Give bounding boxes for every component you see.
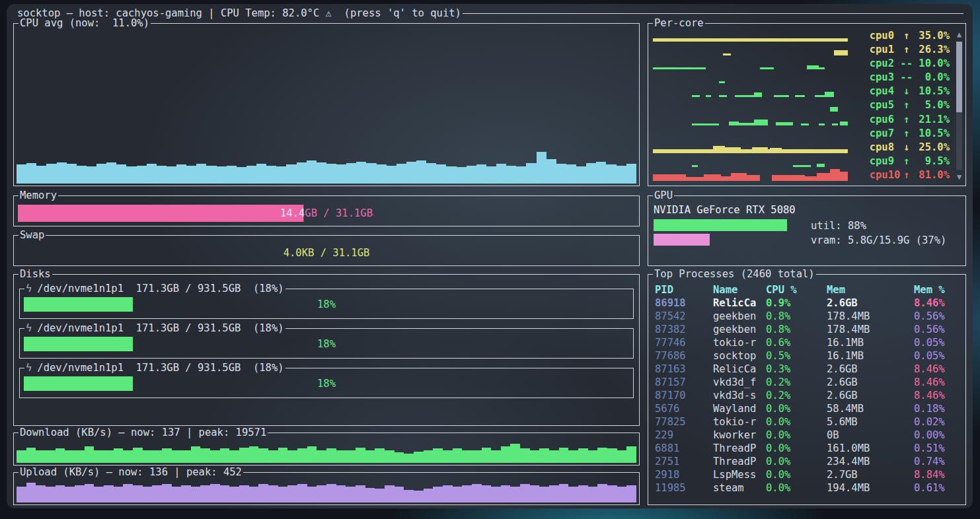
core-row-cpu10: cpu10↑81.0% [652, 168, 952, 182]
process-row[interactable]: 86918RelicCa0.9%2.6GB8.46% [655, 296, 960, 310]
history-bar [307, 160, 317, 184]
history-bar [607, 485, 617, 502]
core-label-cpu2: cpu2--10.0% [870, 57, 950, 70]
sparkline-segment [795, 95, 805, 97]
history-bar [46, 164, 56, 184]
process-row[interactable]: 87382geekben0.8%178.4MB0.56% [655, 323, 960, 336]
core-trend-icon: ↑ [900, 43, 913, 56]
process-row[interactable]: 6881ThreadP0.0%161.0MB0.51% [655, 442, 960, 455]
core-name: cpu4 [870, 85, 901, 98]
process-row[interactable]: 5676Wayland0.0%58.4MB0.18% [655, 402, 960, 415]
scrollbar-thumb[interactable] [956, 42, 962, 112]
process-mem: 0B [827, 429, 914, 442]
history-bar [414, 491, 424, 502]
history-bar [406, 162, 416, 184]
process-pid: 5676 [655, 402, 713, 415]
sparkline-segment [725, 147, 741, 153]
disk-entry-title: ϟ/dev/nvme1n1p1 171.3GB / 931.5GB (18%) [24, 282, 285, 295]
process-pid: 11985 [655, 481, 713, 495]
history-bar [239, 485, 249, 502]
core-usage-value: 21.1% [913, 113, 950, 126]
history-bar [467, 166, 476, 184]
core-name: cpu0 [870, 29, 901, 42]
history-bar [607, 448, 617, 463]
process-row[interactable]: 77746tokio-r0.6%16.1MB0.05% [655, 336, 960, 349]
process-row[interactable]: 77825tokio-r0.0%5.6MB0.02% [655, 415, 960, 429]
sparkline-segment [754, 92, 762, 97]
history-bar [462, 485, 472, 502]
process-row[interactable]: 87157vkd3d_f0.2%2.6GB8.46% [655, 376, 960, 389]
history-bar [206, 166, 216, 184]
history-bar [137, 166, 147, 184]
core-label-cpu0: cpu0↑35.0% [870, 29, 950, 42]
history-bar [530, 485, 540, 502]
process-row[interactable]: 2918LspMess0.0%2.7GB8.84% [655, 468, 960, 481]
border-tick [20, 289, 24, 289]
core-row-cpu6: cpu6↑21.1% [652, 113, 952, 127]
download-title: Download (KB/s) — now: 137 | peak: 19571 [19, 426, 268, 439]
history-bar [307, 487, 317, 502]
process-name: ThreadP [713, 455, 766, 468]
core-row-cpu9: cpu9↑ 9.5% [652, 155, 952, 168]
history-bar [152, 450, 162, 463]
gpu-panel: GPU NVIDIA GeForce RTX 5080 util: 88% vr… [648, 195, 966, 266]
history-bar [436, 164, 446, 184]
history-bar [516, 166, 526, 184]
process-pid: 86918 [655, 296, 713, 310]
process-row[interactable]: 87170vkd3d-s0.2%2.6GB8.46% [655, 389, 960, 402]
process-cpu-percent: 0.2% [766, 376, 827, 389]
history-bar [307, 446, 317, 463]
history-bar [287, 485, 297, 502]
core-label-cpu6: cpu6↑21.1% [870, 113, 950, 126]
sparkline-segment [704, 174, 722, 181]
disk-entry: ϟ/dev/nvme1n1p1 171.3GB / 931.5GB (18%)1… [19, 289, 634, 319]
process-name: LspMess [713, 468, 766, 481]
per-core-scrollbar[interactable]: ▲ ▼ [955, 30, 963, 182]
cpu-history-chart [17, 149, 636, 184]
sparkline-segment [772, 175, 805, 181]
ssd-lightning-icon: ϟ [26, 362, 37, 374]
border-line [285, 328, 633, 329]
history-bar [588, 450, 598, 463]
sparkline-segment [793, 165, 811, 167]
core-name: cpu8 [870, 141, 901, 154]
history-bar [596, 162, 606, 184]
history-bar [356, 485, 365, 502]
history-bar [114, 448, 124, 463]
process-row[interactable]: 2751ThreadP0.0%234.4MB0.74% [655, 455, 960, 468]
process-row[interactable]: 229kworker0.0%0B0.00% [655, 429, 960, 442]
process-row[interactable]: 77686socktop0.5%16.1MB0.05% [655, 349, 960, 363]
column-header-cpu-: CPU % [766, 283, 827, 296]
history-bar [482, 485, 492, 502]
core-name: cpu1 [870, 43, 901, 56]
sparkline-segment [723, 53, 731, 55]
process-row[interactable]: 87542geekben0.8%178.4MB0.56% [655, 310, 960, 323]
process-cpu-percent: 0.0% [766, 415, 827, 429]
core-label-cpu1: cpu1↑26.3% [870, 43, 950, 56]
history-bar [395, 487, 404, 502]
history-bar [157, 166, 167, 184]
history-bar [356, 448, 365, 463]
history-bar [210, 450, 220, 463]
sparkline-segment [807, 65, 819, 69]
process-row[interactable]: 11985steam0.0%194.4MB0.61% [655, 481, 960, 495]
process-mem: 2.6GB [827, 296, 914, 310]
history-bar [336, 485, 346, 502]
history-bar [416, 160, 426, 184]
scrollbar-track[interactable] [956, 42, 962, 170]
history-bar [94, 487, 104, 502]
scroll-up-icon[interactable]: ▲ [955, 30, 963, 39]
disk-entry-title-row: ϟ/dev/nvme1n1p1 171.3GB / 931.5GB (18%) [20, 322, 633, 335]
scroll-down-icon[interactable]: ▼ [955, 172, 963, 182]
history-bar [395, 452, 404, 463]
sparkline-segment [653, 38, 848, 42]
process-row[interactable]: 87163RelicCa0.3%2.6GB8.46% [655, 363, 960, 376]
history-bar [297, 448, 307, 463]
history-bar [501, 446, 511, 463]
process-cpu-percent: 0.2% [766, 389, 827, 402]
process-mem-percent: 0.74% [914, 455, 960, 468]
process-pid: 77686 [655, 349, 713, 363]
history-bar [26, 483, 36, 502]
swap-usage-label: 4.0KB / 31.1GB [18, 244, 635, 261]
history-bar [227, 166, 237, 184]
